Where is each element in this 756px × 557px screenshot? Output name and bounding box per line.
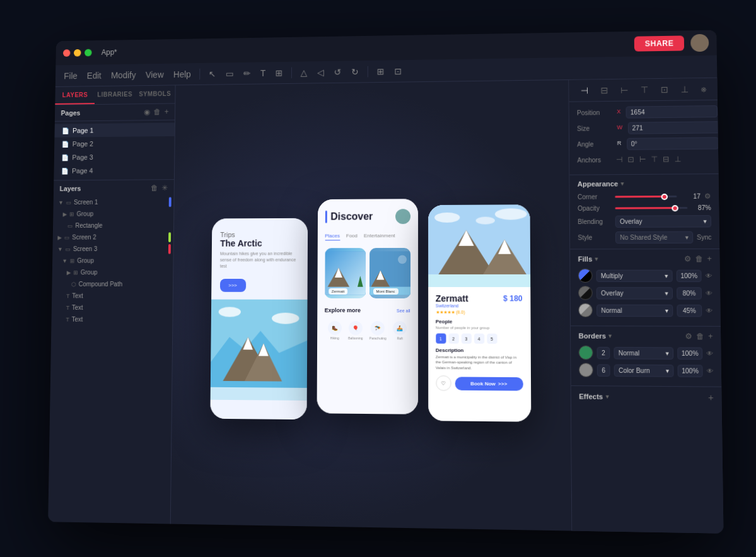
toolbar-align[interactable]: ⊡ — [390, 64, 405, 78]
trash-icon[interactable]: 🗑 — [151, 184, 158, 192]
align-right-icon[interactable]: ⊢ — [618, 83, 630, 97]
add-page-icon[interactable]: + — [164, 107, 168, 116]
layer-group1[interactable]: ▶ ⊞ Group — [53, 208, 173, 220]
toolbar-help[interactable]: Help — [170, 67, 194, 81]
toolbar-edit[interactable]: Edit — [83, 68, 105, 82]
anchor-left-icon[interactable]: ⊣ — [614, 153, 624, 165]
border-width-2[interactable]: 6 — [596, 363, 610, 376]
fill-type-select-1[interactable]: Multiply ▾ — [596, 269, 672, 281]
tab-libraries[interactable]: LIBRARIES — [95, 86, 135, 104]
layer-text2[interactable]: T Text — [51, 302, 172, 314]
tab-symbols[interactable]: SYMBOLS — [134, 85, 175, 103]
toolbar-file[interactable]: File — [60, 69, 81, 83]
component-icon[interactable]: ⎈ — [698, 81, 707, 95]
border-visibility-icon-2[interactable]: 👁 — [706, 367, 713, 374]
phone1-btn[interactable]: >>> — [219, 279, 245, 292]
tab-food[interactable]: Food — [346, 232, 357, 240]
layer-rect[interactable]: ▭ Rectangle — [52, 219, 173, 231]
person-3-btn[interactable]: 3 — [461, 333, 471, 343]
fill-type-select-2[interactable]: Overlay ▾ — [596, 286, 672, 298]
sync-button[interactable]: Sync — [697, 233, 711, 240]
maximize-button[interactable] — [84, 49, 92, 56]
page-item[interactable]: 📄 Page 2 — [54, 136, 175, 150]
person-2-btn[interactable]: 2 — [448, 333, 458, 343]
share-button[interactable]: SHARE — [634, 35, 684, 51]
trash-icon[interactable]: 🗑 — [153, 107, 161, 116]
corner-slider[interactable] — [615, 195, 677, 197]
border-color-1[interactable] — [578, 345, 593, 360]
blending-select[interactable]: Overlay ▾ — [615, 215, 711, 228]
fill-opacity-1[interactable]: 100% — [676, 269, 701, 281]
card-zermatt[interactable]: Zermatt — [324, 248, 365, 298]
toolbar-rect[interactable]: ▭ — [221, 66, 236, 80]
book-now-button[interactable]: Book Now >>> — [455, 377, 523, 390]
add-layer-icon[interactable]: ✳ — [161, 184, 168, 192]
tab-layers[interactable]: LAYERS — [55, 86, 95, 105]
favorite-button[interactable]: ♡ — [435, 375, 450, 391]
layer-group2[interactable]: ▼ ⊞ Group — [52, 254, 173, 266]
fill-color-3[interactable] — [578, 303, 593, 317]
transform-button[interactable]: Transform — [721, 136, 723, 149]
page-item[interactable]: 📄 Page 3 — [54, 150, 174, 164]
toolbar-modify[interactable]: Modify — [107, 67, 139, 81]
align-center-icon[interactable]: ⊟ — [598, 83, 610, 97]
x-input[interactable] — [625, 105, 718, 118]
person-5-btn[interactable]: 5 — [486, 333, 496, 343]
anchor-bottom-icon[interactable]: ⊥ — [673, 153, 682, 165]
toolbar-pen[interactable]: ✏ — [239, 66, 253, 80]
toolbar-select[interactable]: ↖ — [204, 66, 219, 80]
see-all-link[interactable]: See all — [397, 308, 410, 312]
opacity-slider[interactable] — [615, 207, 687, 209]
anchor-top-icon[interactable]: ⊤ — [649, 153, 659, 165]
activity-ballooning[interactable]: 🎈 Ballooning — [348, 320, 363, 339]
w-input[interactable] — [627, 121, 719, 134]
border-type-select-1[interactable]: Normal ▾ — [614, 346, 673, 359]
border-type-select-2[interactable]: Color Burn ▾ — [614, 364, 673, 377]
fills-trash-icon[interactable]: 🗑 — [695, 254, 703, 263]
minimize-button[interactable] — [73, 49, 81, 56]
fill-color-1[interactable] — [578, 268, 592, 282]
fill-visibility-icon-2[interactable]: 👁 — [706, 289, 712, 296]
canvas-area[interactable]: Trips The Arctic Mountain hikes give you… — [170, 79, 571, 531]
close-button[interactable] — [62, 49, 70, 57]
toolbar-text[interactable]: T — [257, 66, 269, 79]
layer-screen1[interactable]: ▼ ▭ Screen 1 — [53, 196, 173, 208]
layer-text3[interactable]: T Text — [51, 313, 172, 325]
add-effect-icon[interactable]: + — [708, 392, 714, 402]
align-middle-icon[interactable]: ⊡ — [658, 82, 670, 96]
border-opacity-2[interactable]: 100% — [677, 364, 702, 377]
fills-settings-icon[interactable]: ⚙ — [683, 254, 691, 263]
align-top-icon[interactable]: ⊤ — [638, 83, 650, 97]
toolbar-zoom[interactable]: ⊞ — [373, 64, 388, 78]
border-opacity-1[interactable]: 100% — [677, 346, 702, 359]
tab-places[interactable]: Places — [325, 232, 340, 240]
anchor-center-icon[interactable]: ⊡ — [626, 153, 636, 165]
border-color-2[interactable] — [578, 363, 593, 377]
activity-parachuting[interactable]: 🪂 Parachuting — [369, 321, 386, 340]
layer-path[interactable]: ⬡ Compound Path — [52, 278, 173, 290]
opacity-thumb[interactable] — [671, 204, 677, 211]
activity-hiking[interactable]: 🥾 Hiking — [327, 320, 341, 339]
tab-entertainment[interactable]: Entertainment — [363, 232, 395, 240]
corner-thumb[interactable] — [661, 193, 667, 199]
fill-color-2[interactable] — [578, 286, 592, 300]
fills-add-icon[interactable]: + — [707, 254, 712, 263]
layer-group3[interactable]: ▶ ⊞ Group — [52, 266, 173, 278]
anchor-mid-icon[interactable]: ⊟ — [661, 153, 670, 165]
fill-opacity-2[interactable]: 80% — [677, 286, 702, 298]
fill-visibility-icon-1[interactable]: 👁 — [705, 272, 712, 279]
style-select[interactable]: No Shared Style ▾ — [615, 231, 692, 243]
fill-visibility-icon-3[interactable]: 👁 — [706, 307, 712, 314]
page-item[interactable]: 📄 Page 1 — [54, 122, 174, 137]
border-visibility-icon-1[interactable]: 👁 — [706, 349, 713, 356]
align-bottom-icon[interactable]: ⊥ — [678, 82, 690, 96]
toolbar-arrow[interactable]: ◁ — [313, 65, 328, 79]
activity-raft[interactable]: 🚣 Raft — [393, 321, 407, 340]
angle-input[interactable] — [626, 137, 718, 150]
toolbar-image[interactable]: ⊞ — [272, 66, 287, 79]
anchor-right-icon[interactable]: ⊢ — [637, 153, 647, 165]
toolbar-view[interactable]: View — [141, 67, 167, 81]
align-left-icon[interactable]: ⊣ — [578, 83, 590, 97]
toolbar-undo[interactable]: ↺ — [330, 64, 346, 78]
borders-add-icon[interactable]: + — [708, 332, 713, 341]
